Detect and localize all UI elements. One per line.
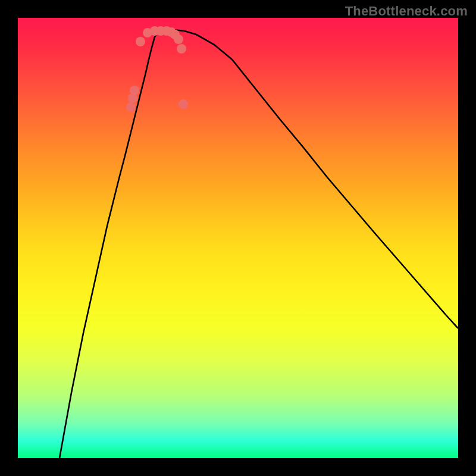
chart-frame: TheBottleneck.com bbox=[0, 0, 476, 476]
data-dot bbox=[174, 35, 183, 44]
brand-watermark: TheBottleneck.com bbox=[345, 4, 468, 19]
chart-svg bbox=[18, 18, 458, 458]
data-dot bbox=[130, 86, 139, 95]
data-dot bbox=[177, 44, 186, 54]
dot-cluster bbox=[126, 26, 188, 112]
plot-area bbox=[18, 18, 458, 458]
bottleneck-curve bbox=[60, 30, 458, 458]
data-dot bbox=[178, 99, 188, 109]
data-dot bbox=[126, 102, 136, 112]
data-dot bbox=[136, 37, 145, 46]
